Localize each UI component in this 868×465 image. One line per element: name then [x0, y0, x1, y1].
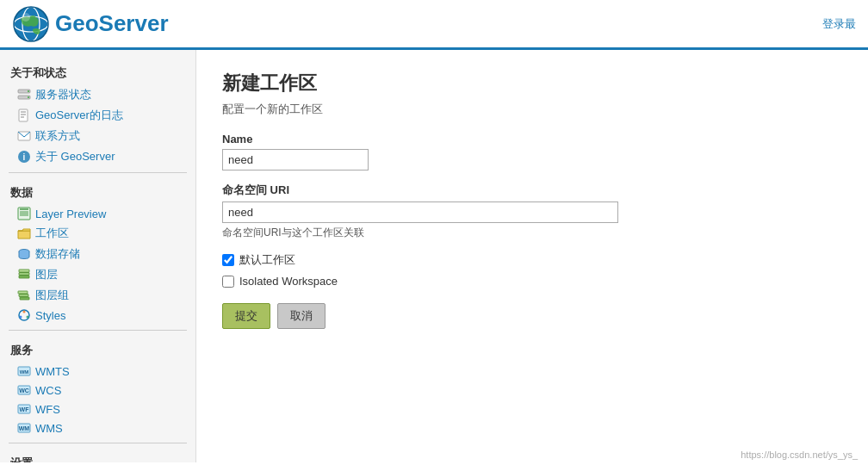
about-icon: i [17, 150, 31, 164]
datastore-icon [17, 247, 31, 261]
sidebar-item-layer-preview-label: Layer Preview [35, 208, 106, 220]
sidebar-item-styles-label: Styles [35, 309, 65, 322]
sidebar-divider-3 [9, 443, 187, 443]
sidebar-item-wms[interactable]: WM WMS [0, 418, 195, 437]
svg-text:WC: WC [19, 388, 29, 394]
default-workspace-row: 默认工作区 [222, 252, 842, 268]
svg-text:WM: WM [20, 369, 29, 375]
sidebar-section-data: 数据 [0, 178, 195, 204]
sidebar-item-workspace-label: 工作区 [35, 226, 69, 241]
logo-area: GeoServer [12, 5, 169, 43]
page-subtitle: 配置一个新的工作区 [222, 102, 842, 117]
sidebar-item-workspace[interactable]: 工作区 [0, 223, 195, 244]
svg-point-7 [28, 90, 29, 92]
layergroup-icon [17, 288, 31, 302]
name-input[interactable] [222, 149, 369, 170]
isolated-workspace-label: Isolated Workspace [239, 275, 338, 288]
isolated-workspace-checkbox[interactable] [222, 276, 234, 288]
svg-rect-9 [19, 109, 28, 121]
sidebar-item-contact-label: 联系方式 [35, 128, 80, 144]
svg-point-8 [28, 96, 29, 98]
svg-rect-21 [19, 273, 29, 276]
page-title: 新建工作区 [222, 71, 842, 96]
sidebar-item-layergroup-label: 图层组 [35, 288, 69, 303]
svg-point-4 [22, 13, 30, 22]
sidebar-divider-2 [9, 330, 187, 331]
wmts-icon: WM [17, 364, 31, 378]
logo-text: GeoServer [55, 10, 169, 37]
workspace-icon [17, 226, 31, 240]
preview-icon [17, 207, 31, 220]
contact-icon [17, 129, 31, 143]
sidebar-item-wmts[interactable]: WM WMTS [0, 362, 195, 381]
main-content: 新建工作区 配置一个新的工作区 Name 命名空间 URI 命名空间URI与这个… [196, 50, 868, 462]
name-field-group: Name [222, 133, 842, 170]
namespace-input[interactable] [222, 202, 618, 223]
layout: 关于和状态 服务器状态 GeoServer的日志 联系方式 i 关于 GeoSe… [0, 50, 868, 462]
header: GeoServer 登录最 [0, 0, 868, 50]
namespace-label: 命名空间 URI [222, 183, 842, 198]
svg-rect-23 [20, 297, 29, 300]
sidebar-item-layers-label: 图层 [35, 267, 58, 282]
sidebar-item-server-status-label: 服务器状态 [35, 87, 91, 102]
sidebar-section-services: 服务 [0, 336, 195, 362]
sidebar-item-log[interactable]: GeoServer的日志 [0, 105, 195, 126]
log-icon [17, 108, 31, 122]
sidebar-item-datastore[interactable]: 数据存储 [0, 244, 195, 264]
default-workspace-label: 默认工作区 [239, 252, 295, 268]
sidebar-item-wcs-label: WCS [35, 384, 61, 397]
sidebar-item-about-label: 关于 GeoServer [35, 149, 115, 164]
svg-rect-17 [20, 211, 28, 216]
sidebar-item-datastore-label: 数据存储 [35, 246, 80, 262]
svg-point-28 [27, 316, 29, 319]
cancel-button[interactable]: 取消 [277, 303, 326, 329]
sidebar-item-wcs[interactable]: WC WCS [0, 381, 195, 400]
sidebar-item-wfs[interactable]: WF WFS [0, 400, 195, 418]
svg-rect-25 [18, 291, 28, 294]
wcs-icon: WC [17, 383, 31, 397]
namespace-field-group: 命名空间 URI 命名空间URI与这个工作区关联 [222, 183, 842, 240]
sidebar-item-about[interactable]: i 关于 GeoServer [0, 146, 195, 167]
sidebar-item-wfs-label: WFS [35, 403, 60, 416]
default-workspace-checkbox[interactable] [222, 254, 234, 266]
sidebar-item-styles[interactable]: Styles [0, 306, 195, 325]
sidebar-item-layers[interactable]: 图层 [0, 264, 195, 285]
sidebar-divider-1 [9, 172, 187, 173]
sidebar-item-layer-preview[interactable]: Layer Preview [0, 204, 195, 223]
layer-icon [17, 268, 31, 282]
wms-icon: WM [17, 421, 31, 435]
sidebar-item-wmts-label: WMTS [35, 365, 70, 378]
sidebar-item-log-label: GeoServer的日志 [35, 108, 123, 123]
name-label: Name [222, 133, 842, 146]
svg-rect-24 [19, 294, 28, 297]
svg-point-27 [23, 311, 26, 313]
submit-button[interactable]: 提交 [222, 303, 270, 329]
svg-text:WM: WM [19, 425, 30, 431]
geoserver-logo-icon [12, 5, 50, 43]
login-link[interactable]: 登录最 [822, 16, 856, 32]
svg-rect-20 [19, 276, 29, 278]
sidebar-section-settings: 设置 [0, 449, 195, 462]
svg-text:WF: WF [20, 406, 30, 412]
namespace-hint: 命名空间URI与这个工作区关联 [222, 226, 842, 240]
server-icon [17, 88, 31, 102]
sidebar-section-info: 关于和状态 [0, 59, 195, 84]
wfs-icon: WF [17, 402, 31, 416]
isolated-workspace-row: Isolated Workspace [222, 275, 842, 288]
styles-icon [17, 308, 31, 322]
footer-hint: https://blog.csdn.net/ys_ys_ [741, 450, 858, 460]
svg-point-29 [20, 316, 22, 319]
sidebar-item-layergroup[interactable]: 图层组 [0, 285, 195, 306]
sidebar-item-server-status[interactable]: 服务器状态 [0, 84, 195, 105]
sidebar-item-wms-label: WMS [35, 422, 63, 435]
svg-text:i: i [23, 152, 26, 162]
button-row: 提交 取消 [222, 303, 842, 329]
sidebar: 关于和状态 服务器状态 GeoServer的日志 联系方式 i 关于 GeoSe… [0, 50, 196, 462]
svg-rect-22 [19, 270, 29, 272]
sidebar-item-contact[interactable]: 联系方式 [0, 126, 195, 146]
